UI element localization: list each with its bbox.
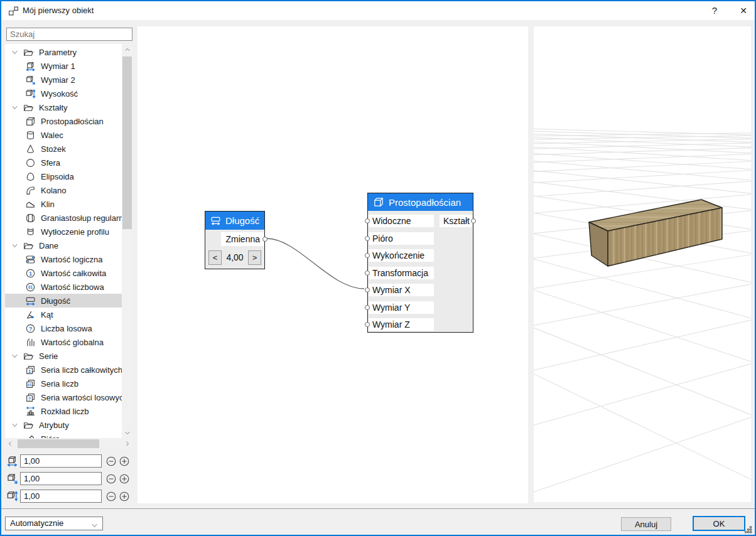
help-button[interactable]: ? xyxy=(705,1,725,20)
box-icon xyxy=(373,196,384,208)
search-input[interactable] xyxy=(6,28,132,41)
height-value-field[interactable] xyxy=(20,490,102,503)
width-value-field[interactable] xyxy=(20,454,102,468)
input-wymiar-y[interactable]: Wymiar Y xyxy=(369,301,434,314)
output-port-ksztalt[interactable] xyxy=(471,218,476,223)
tree-item-wymiar-2[interactable]: Wymiar 2 xyxy=(5,73,122,87)
width-decrement-button[interactable] xyxy=(106,456,117,467)
tree-item-sto-ek[interactable]: Stożek xyxy=(5,142,122,156)
tree-item-walec[interactable]: Walec xyxy=(5,128,122,142)
vertical-scroll-thumb[interactable] xyxy=(122,56,132,229)
series-integer-icon: 1 xyxy=(25,365,36,375)
input-wyko-czenie[interactable]: Wykończenie xyxy=(369,249,434,262)
tree-item-label: Rozkład liczb xyxy=(41,407,89,416)
scroll-up-button[interactable] xyxy=(122,44,132,55)
width-increment-button[interactable] xyxy=(119,456,131,467)
chevron-down-icon xyxy=(11,353,18,360)
scroll-left-button[interactable] xyxy=(5,439,15,449)
tree-folder-atrybuty[interactable]: Atrybuty xyxy=(5,418,122,432)
horizontal-scroll-thumb[interactable] xyxy=(18,439,99,448)
length-node[interactable]: Długość Zmienna < 4,00 > xyxy=(205,211,265,269)
dialog-content: ParametryWymiar 1Wymiar 2WysokośćKształt… xyxy=(1,20,755,535)
box-node-header[interactable]: Prostopadłościan xyxy=(368,193,473,211)
value-increment-button[interactable]: > xyxy=(248,250,261,265)
depth-value-field[interactable] xyxy=(20,472,102,485)
tree-item-wymiar-1[interactable]: Wymiar 1 xyxy=(5,59,122,73)
tree-vertical-scrollbar[interactable] xyxy=(122,44,132,438)
close-button[interactable]: ✕ xyxy=(732,1,755,20)
input-port-wyko-czenie[interactable] xyxy=(365,253,370,258)
tree-item-k-t[interactable]: Kąt xyxy=(5,308,122,321)
tree-folder-kszta-ty[interactable]: Kształty xyxy=(5,100,122,114)
tree-item-graniastos-up-regularny[interactable]: Graniastosłup regularny xyxy=(5,211,122,225)
preview-3d-scene xyxy=(534,26,751,502)
length-node-title: Długość xyxy=(225,215,259,226)
tree-item-sfera[interactable]: Sfera xyxy=(5,156,122,169)
tree-item-warto-liczbowa[interactable]: 01Wartość liczbowa xyxy=(5,280,122,294)
number-icon: 01 xyxy=(25,282,36,292)
tree-item-label: Kąt xyxy=(41,310,53,319)
param-row-height xyxy=(5,490,134,503)
tree-item-label: Sfera xyxy=(41,158,60,168)
tree-item-liczba-losowa[interactable]: ?Liczba losowa xyxy=(5,321,122,335)
tree-item-klin[interactable]: Klin xyxy=(5,197,122,211)
input-wymiar-z[interactable]: Wymiar Z xyxy=(369,318,434,331)
mode-select[interactable]: Automatycznie xyxy=(5,517,103,530)
tree-item-warto-logiczna[interactable]: Wartość logiczna xyxy=(5,252,122,266)
title-bar[interactable]: Mój pierwszy obiekt ? ✕ xyxy=(1,1,755,20)
resize-grip[interactable] xyxy=(745,526,753,535)
input-port-wymiar-z[interactable] xyxy=(365,322,370,327)
input-transformacja[interactable]: Transformacja xyxy=(369,267,434,279)
plus-circle-icon xyxy=(119,456,129,466)
tree-folder-parametry[interactable]: Parametry xyxy=(5,45,122,59)
tree-item-seria-warto-ci-losowych[interactable]: ?Seria wartości losowych xyxy=(5,390,122,404)
tree-item-label: Stożek xyxy=(41,144,66,154)
window-title: Mój pierwszy obiekt xyxy=(23,6,94,15)
tree-item-seria-liczb[interactable]: 01Seria liczb xyxy=(5,377,122,390)
tree-folder-serie[interactable]: Serie xyxy=(5,349,122,363)
input-port-pi-ro[interactable] xyxy=(365,236,370,241)
minus-circle-icon xyxy=(106,456,116,466)
tree-item-seria-liczb-ca-kowitych[interactable]: 1Seria liczb całkowitych xyxy=(5,363,122,377)
tree-item-prostopad-o-cian[interactable]: Prostopadłościan xyxy=(5,114,122,128)
input-port-transformacja[interactable] xyxy=(365,271,370,276)
preview-3d-viewport[interactable] xyxy=(534,26,751,502)
input-port-widoczne[interactable] xyxy=(365,218,370,223)
svg-text:1: 1 xyxy=(29,270,32,276)
input-port-wymiar-x[interactable] xyxy=(365,287,370,292)
input-port-wymiar-y[interactable] xyxy=(365,305,370,310)
height-increment-button[interactable] xyxy=(119,491,131,502)
tree-item-warto-ca-kowita[interactable]: 1Wartość całkowita xyxy=(5,266,122,280)
tree-item-kolano[interactable]: Kolano xyxy=(5,183,122,197)
tree-item-d-ugo[interactable]: Długość xyxy=(5,294,122,308)
tree-item-elipsoida[interactable]: Elipsoida xyxy=(5,169,122,183)
depth-decrement-button[interactable] xyxy=(106,473,117,485)
output-ksztalt[interactable]: Kształt xyxy=(440,215,472,227)
tree-item-warto-globalna[interactable]: Wartość globalna xyxy=(5,335,122,349)
tree-item-rozk-ad-liczb[interactable]: Rozkład liczb xyxy=(5,404,122,418)
output-zmienna[interactable]: Zmienna xyxy=(221,232,264,246)
tree-item-pi-ro[interactable]: Pióro xyxy=(5,432,122,438)
tree-item-wysoko[interactable]: Wysokość xyxy=(5,87,122,100)
scroll-down-button[interactable] xyxy=(122,427,132,438)
cancel-button[interactable]: Anuluj xyxy=(621,517,671,531)
tree-viewport[interactable]: ParametryWymiar 1Wymiar 2WysokośćKształt… xyxy=(5,44,122,438)
node-canvas[interactable]: Długość Zmienna < 4,00 > Prostopadłościa… xyxy=(138,26,528,503)
length-node-header[interactable]: Długość xyxy=(205,212,264,230)
input-wymiar-x[interactable]: Wymiar X xyxy=(369,284,434,296)
scroll-right-icon xyxy=(124,441,131,447)
tree-horizontal-scrollbar[interactable] xyxy=(5,439,132,449)
box-node[interactable]: Prostopadłościan WidocznePióroWykończeni… xyxy=(367,193,473,333)
scroll-right-button[interactable] xyxy=(122,439,132,449)
height-decrement-button[interactable] xyxy=(106,491,117,502)
depth-increment-button[interactable] xyxy=(119,473,131,485)
tree-item-label: Klin xyxy=(41,200,55,209)
tree-folder-dane[interactable]: Dane xyxy=(5,239,122,252)
tree-item-wyt-oczenie-profilu[interactable]: Wytłoczenie profilu xyxy=(5,225,122,239)
tree-item-label: Wysokość xyxy=(41,89,78,99)
output-port-zmienna[interactable] xyxy=(262,237,267,242)
ok-button[interactable]: OK xyxy=(693,516,745,531)
dim-width-icon xyxy=(6,455,18,467)
input-widoczne[interactable]: Widoczne xyxy=(369,215,434,227)
input-pi-ro[interactable]: Pióro xyxy=(369,232,434,245)
